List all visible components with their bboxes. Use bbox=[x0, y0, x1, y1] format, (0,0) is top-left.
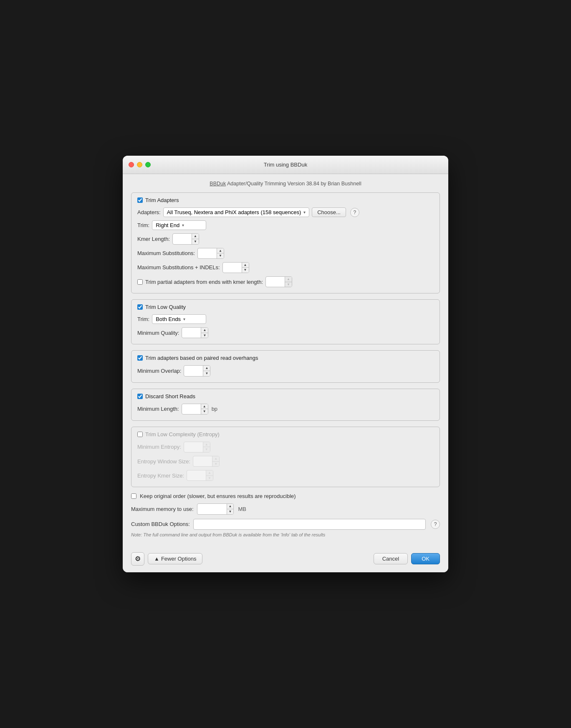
kmer-input[interactable]: 27 bbox=[173, 235, 192, 243]
entropy-kmer-spinner-buttons: ▲ ▼ bbox=[206, 470, 213, 480]
gear-button[interactable]: ⚙ bbox=[131, 552, 144, 566]
trim-adapters-title: Trim Adapters bbox=[145, 197, 179, 203]
max-subs-indels-up-button[interactable]: ▲ bbox=[242, 263, 249, 268]
partial-spinner[interactable]: 4 ▲ ▼ bbox=[265, 276, 292, 287]
trim-label: Trim: bbox=[137, 222, 149, 228]
partial-adapters-checkbox[interactable] bbox=[137, 279, 143, 285]
max-subs-input[interactable]: 1 bbox=[198, 249, 217, 258]
entropy-window-down-button[interactable]: ▼ bbox=[212, 462, 219, 467]
cancel-button[interactable]: Cancel bbox=[374, 553, 408, 564]
custom-options-row: Custom BBDuk Options: ? bbox=[131, 519, 440, 530]
trim-low-quality-title: Trim Low Quality bbox=[145, 304, 186, 310]
subtitle: BBDuk Adapter/Quality Trimming Version 3… bbox=[131, 181, 440, 187]
min-entropy-spinner-buttons: ▲ ▼ bbox=[203, 442, 210, 452]
custom-options-input[interactable] bbox=[193, 519, 426, 530]
max-subs-indels-label: Maximum Substitutions + INDELs: bbox=[137, 264, 220, 270]
min-quality-up-button[interactable]: ▲ bbox=[201, 328, 208, 333]
discard-short-checkbox[interactable] bbox=[137, 394, 143, 399]
min-overlap-row: Minimum Overlap: 24 ▲ ▼ bbox=[137, 365, 434, 376]
keep-order-checkbox[interactable] bbox=[131, 493, 136, 499]
min-length-spinner[interactable]: 30 ▲ ▼ bbox=[182, 404, 208, 415]
entropy-window-label: Entropy Window Size: bbox=[137, 458, 190, 465]
min-overlap-up-button[interactable]: ▲ bbox=[203, 366, 210, 371]
adapters-help-button[interactable]: ? bbox=[350, 208, 359, 217]
min-quality-down-button[interactable]: ▼ bbox=[201, 333, 208, 338]
max-subs-indels-input[interactable]: 0 bbox=[223, 263, 242, 272]
trim-paired-checkbox[interactable] bbox=[137, 355, 143, 361]
minimize-button[interactable] bbox=[137, 162, 142, 167]
kmer-down-button[interactable]: ▼ bbox=[192, 239, 199, 244]
choose-button[interactable]: Choose... bbox=[312, 207, 346, 217]
gear-icon: ⚙ bbox=[135, 555, 141, 563]
bbduk-link[interactable]: BBDuk bbox=[210, 181, 226, 187]
kmer-row: Kmer Length: 27 ▲ ▼ bbox=[137, 233, 434, 244]
footer-left: ⚙ ▲ Fewer Options bbox=[131, 552, 202, 566]
trim-low-complexity-checkbox[interactable] bbox=[137, 432, 143, 437]
max-subs-spinner-buttons: ▲ ▼ bbox=[217, 248, 224, 258]
fewer-options-label: Fewer Options bbox=[161, 556, 197, 562]
max-subs-up-button[interactable]: ▲ bbox=[217, 248, 224, 254]
min-quality-row: Minimum Quality: 30 ▲ ▼ bbox=[137, 327, 434, 338]
min-overlap-down-button[interactable]: ▼ bbox=[203, 371, 210, 376]
max-memory-down-button[interactable]: ▼ bbox=[227, 509, 234, 514]
footer-right: Cancel OK bbox=[374, 553, 440, 564]
ok-button[interactable]: OK bbox=[411, 553, 440, 564]
fewer-options-button[interactable]: ▲ Fewer Options bbox=[148, 553, 202, 564]
min-length-up-button[interactable]: ▲ bbox=[201, 404, 208, 410]
note-text: Note: The full command line and output f… bbox=[131, 532, 440, 537]
entropy-window-input[interactable]: 50 bbox=[193, 457, 212, 466]
partial-input[interactable]: 4 bbox=[266, 278, 285, 286]
entropy-kmer-up-button[interactable]: ▲ bbox=[206, 470, 213, 476]
min-overlap-input[interactable]: 24 bbox=[184, 367, 203, 375]
trim-quality-dropdown-arrow: ▾ bbox=[183, 317, 185, 321]
trim-select[interactable]: Right End ▾ bbox=[152, 220, 206, 230]
max-subs-indels-row: Maximum Substitutions + INDELs: 0 ▲ ▼ bbox=[137, 262, 434, 273]
max-subs-indels-down-button[interactable]: ▼ bbox=[242, 268, 249, 273]
entropy-kmer-spinner[interactable]: 5 ▲ ▼ bbox=[187, 470, 213, 481]
min-entropy-down-button[interactable]: ▼ bbox=[203, 447, 210, 452]
window-title: Trim using BBDuk bbox=[264, 162, 307, 168]
max-memory-up-button[interactable]: ▲ bbox=[227, 504, 234, 509]
max-memory-unit: MB bbox=[238, 506, 246, 512]
kmer-up-button[interactable]: ▲ bbox=[192, 234, 199, 239]
max-subs-indels-spinner[interactable]: 0 ▲ ▼ bbox=[222, 262, 249, 273]
min-length-down-button[interactable]: ▼ bbox=[201, 409, 208, 414]
min-length-input[interactable]: 30 bbox=[182, 404, 201, 413]
min-quality-spinner[interactable]: 30 ▲ ▼ bbox=[182, 327, 208, 338]
custom-options-help-button[interactable]: ? bbox=[431, 520, 440, 529]
min-quality-label: Minimum Quality: bbox=[137, 330, 179, 336]
min-entropy-row: Minimum Entropy: 0.1 ▲ ▼ bbox=[137, 442, 434, 452]
trim-low-quality-checkbox[interactable] bbox=[137, 304, 143, 310]
dialog-content: BBDuk Adapter/Quality Trimming Version 3… bbox=[123, 174, 448, 548]
min-quality-input[interactable]: 30 bbox=[182, 329, 201, 337]
partial-adapters-row: Trim partial adapters from ends with kme… bbox=[137, 276, 434, 287]
min-entropy-input[interactable]: 0.1 bbox=[184, 442, 203, 451]
maximize-button[interactable] bbox=[145, 162, 151, 167]
partial-up-button[interactable]: ▲ bbox=[285, 277, 292, 282]
entropy-kmer-input[interactable]: 5 bbox=[187, 471, 206, 480]
trim-quality-select[interactable]: Both Ends ▾ bbox=[152, 314, 206, 324]
min-entropy-up-button[interactable]: ▲ bbox=[203, 442, 210, 447]
kmer-spinner[interactable]: 27 ▲ ▼ bbox=[172, 233, 199, 244]
max-memory-input[interactable]: 1,000 bbox=[197, 505, 227, 513]
max-memory-spinner[interactable]: 1,000 ▲ ▼ bbox=[197, 503, 234, 514]
min-overlap-spinner[interactable]: 24 ▲ ▼ bbox=[184, 365, 210, 376]
close-button[interactable] bbox=[129, 162, 134, 167]
min-length-unit: bp bbox=[212, 406, 217, 412]
entropy-window-up-button[interactable]: ▲ bbox=[212, 456, 219, 462]
trim-adapters-checkbox[interactable] bbox=[137, 197, 143, 203]
adapters-row: Adapters: All Truseq, Nextera and PhiX a… bbox=[137, 207, 434, 217]
min-length-row: Minimum Length: 30 ▲ ▼ bp bbox=[137, 404, 434, 415]
entropy-window-spinner[interactable]: 50 ▲ ▼ bbox=[193, 456, 220, 467]
entropy-kmer-down-button[interactable]: ▼ bbox=[206, 476, 213, 481]
partial-down-button[interactable]: ▼ bbox=[285, 282, 292, 287]
adapters-select[interactable]: All Truseq, Nextera and PhiX adapters (1… bbox=[163, 207, 310, 217]
entropy-kmer-row: Entropy Kmer Size: 5 ▲ ▼ bbox=[137, 470, 434, 481]
min-overlap-spinner-buttons: ▲ ▼ bbox=[203, 366, 210, 376]
min-entropy-spinner[interactable]: 0.1 ▲ ▼ bbox=[184, 442, 210, 452]
max-subs-down-button[interactable]: ▼ bbox=[217, 253, 224, 258]
max-subs-spinner[interactable]: 1 ▲ ▼ bbox=[197, 248, 224, 259]
dialog-footer: ⚙ ▲ Fewer Options Cancel OK bbox=[123, 548, 448, 572]
keep-order-row: Keep original order (slower, but ensures… bbox=[131, 493, 440, 499]
max-subs-label: Maximum Substitutions: bbox=[137, 250, 195, 256]
